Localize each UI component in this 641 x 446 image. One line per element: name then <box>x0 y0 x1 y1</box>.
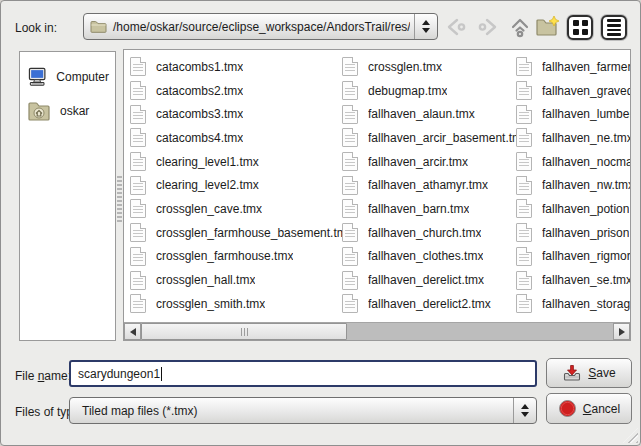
file-item[interactable]: fallhaven_lumber <box>516 102 630 126</box>
document-icon <box>130 294 146 313</box>
file-name-label: fallhaven_nw.tmx <box>542 178 630 192</box>
document-icon <box>342 105 358 124</box>
cancel-button-label: Cancel <box>583 402 620 416</box>
document-icon <box>130 105 146 124</box>
file-name-label: fallhaven_arcir.tmx <box>368 155 468 169</box>
document-icon <box>342 152 358 171</box>
file-item[interactable]: crossglen_smith.tmx <box>130 292 342 316</box>
file-name-label: fallhaven_derelict.tmx <box>368 273 484 287</box>
file-item[interactable]: clearing_level2.tmx <box>130 173 342 197</box>
file-name-label: fallhaven_lumber <box>542 107 630 121</box>
document-icon <box>342 57 358 76</box>
file-item[interactable]: clearing_level1.tmx <box>130 150 342 174</box>
file-column: crossglen.tmxdebugmap.tmxfallhaven_alaun… <box>342 55 516 316</box>
file-name-label: catacombs3.tmx <box>156 107 243 121</box>
file-name-label: fallhaven_graved <box>542 84 630 98</box>
file-item[interactable]: crossglen.tmx <box>342 55 516 79</box>
scrollbar-thumb[interactable] <box>141 323 347 340</box>
horizontal-scrollbar[interactable] <box>124 322 630 340</box>
document-icon <box>516 294 532 313</box>
document-icon <box>516 128 532 147</box>
file-item[interactable]: catacombs1.tmx <box>130 55 342 79</box>
document-icon <box>516 176 532 195</box>
places-sidebar: Computer oskar <box>19 51 116 341</box>
text-caret <box>161 367 162 381</box>
file-item[interactable]: fallhaven_derelict2.tmx <box>342 292 516 316</box>
file-name-label: fallhaven_nocma <box>542 155 630 169</box>
save-button[interactable]: Save <box>546 358 632 388</box>
file-name-label: crossglen_smith.tmx <box>156 297 265 311</box>
document-icon <box>130 57 146 76</box>
file-type-combobox[interactable]: Tiled map files (*.tmx) <box>69 397 537 424</box>
splitter-handle[interactable] <box>117 176 122 222</box>
document-icon <box>342 247 358 266</box>
document-icon <box>342 81 358 100</box>
file-item[interactable]: crossglen_farmhouse_basement.tmx <box>130 221 342 245</box>
document-icon <box>342 271 358 290</box>
file-item[interactable]: fallhaven_derelict.tmx <box>342 268 516 292</box>
sidebar-item-home[interactable]: oskar <box>20 94 115 128</box>
resize-grip[interactable] <box>623 428 638 443</box>
sidebar-item-label: oskar <box>60 104 89 118</box>
document-icon <box>516 152 532 171</box>
file-item[interactable]: fallhaven_nw.tmx <box>516 173 630 197</box>
file-item[interactable]: fallhaven_arcir_basement.tmx <box>342 126 516 150</box>
file-name-input[interactable]: scarydungeon1 <box>69 360 537 387</box>
file-name-label: fallhaven_farmer <box>542 60 630 74</box>
document-icon <box>130 176 146 195</box>
file-name-label: fallhaven_storag <box>542 297 630 311</box>
new-folder-icon[interactable] <box>535 14 561 40</box>
file-item[interactable]: fallhaven_ne.tmx <box>516 126 630 150</box>
document-icon <box>342 223 358 242</box>
file-name-label: catacombs2.tmx <box>156 84 243 98</box>
scroll-right-icon[interactable] <box>613 323 630 340</box>
file-name-label: clearing_level1.tmx <box>156 155 259 169</box>
file-item[interactable]: crossglen_cave.tmx <box>130 197 342 221</box>
save-button-label: Save <box>588 366 615 380</box>
file-item[interactable]: fallhaven_nocma <box>516 150 630 174</box>
file-name-label: crossglen_farmhouse_basement.tmx <box>156 226 342 240</box>
file-item[interactable]: fallhaven_alaun.tmx <box>342 102 516 126</box>
sidebar-item-label: Computer <box>56 70 109 84</box>
file-item[interactable]: crossglen_hall.tmx <box>130 268 342 292</box>
sidebar-item-computer[interactable]: Computer <box>20 60 115 94</box>
grid-view-icon[interactable] <box>567 15 593 40</box>
document-icon <box>342 128 358 147</box>
file-name-label: fallhaven_se.tmx <box>542 273 630 287</box>
file-item[interactable]: fallhaven_arcir.tmx <box>342 150 516 174</box>
scroll-left-icon[interactable] <box>124 323 141 340</box>
file-item[interactable]: fallhaven_graved <box>516 79 630 103</box>
file-item[interactable]: fallhaven_potion <box>516 197 630 221</box>
file-item[interactable]: fallhaven_prison <box>516 221 630 245</box>
file-item[interactable]: fallhaven_athamyr.tmx <box>342 173 516 197</box>
document-icon <box>130 81 146 100</box>
file-type-value: Tiled map files (*.tmx) <box>76 404 509 418</box>
forward-icon[interactable] <box>475 14 501 40</box>
file-item[interactable]: fallhaven_barn.tmx <box>342 197 516 221</box>
file-item[interactable]: fallhaven_storag <box>516 292 630 316</box>
file-item[interactable]: crossglen_farmhouse.tmx <box>130 245 342 269</box>
file-name-label: fallhaven_ne.tmx <box>542 131 630 145</box>
file-item[interactable]: fallhaven_church.tmx <box>342 221 516 245</box>
document-icon <box>342 176 358 195</box>
folder-icon <box>90 20 107 33</box>
file-item[interactable]: debugmap.tmx <box>342 79 516 103</box>
save-icon <box>562 364 582 382</box>
file-item[interactable]: catacombs4.tmx <box>130 126 342 150</box>
file-item[interactable]: catacombs2.tmx <box>130 79 342 103</box>
file-item[interactable]: fallhaven_se.tmx <box>516 268 630 292</box>
up-folder-icon[interactable] <box>507 14 533 40</box>
document-icon <box>130 152 146 171</box>
file-item[interactable]: fallhaven_rigmor <box>516 245 630 269</box>
file-item[interactable]: fallhaven_farmer <box>516 55 630 79</box>
document-icon <box>516 57 532 76</box>
combo-spinner-icon[interactable] <box>514 404 536 417</box>
combo-spinner-icon[interactable] <box>415 20 437 33</box>
back-icon[interactable] <box>443 14 469 40</box>
cancel-button[interactable]: Cancel <box>546 393 632 424</box>
document-icon <box>342 294 358 313</box>
list-view-icon[interactable] <box>601 15 627 40</box>
file-item[interactable]: catacombs3.tmx <box>130 102 342 126</box>
look-in-combobox[interactable]: /home/oskar/source/eclipse_workspace/And… <box>83 13 438 40</box>
file-item[interactable]: fallhaven_clothes.tmx <box>342 245 516 269</box>
